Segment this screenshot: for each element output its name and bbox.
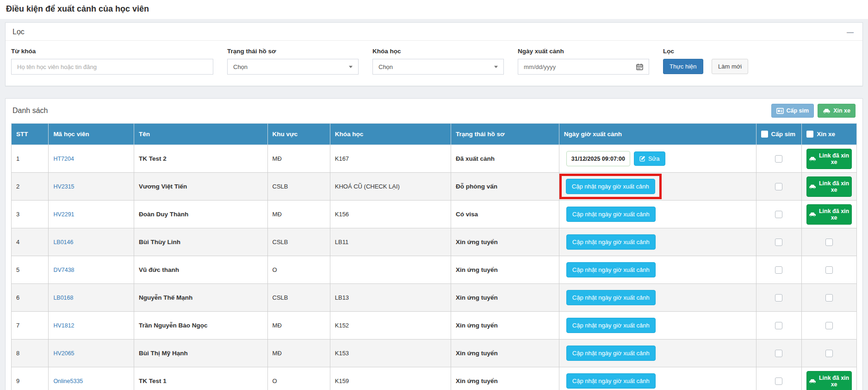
sim-checkbox[interactable] <box>775 239 782 246</box>
student-course: K153 <box>330 340 451 367</box>
student-course: K156 <box>330 201 451 228</box>
keyword-input[interactable]: Họ tên học viên hoặc tin đăng <box>11 59 213 75</box>
annotation-red-box: Cập nhật ngày giờ xuất cảnh <box>564 371 658 390</box>
car-icon <box>823 108 831 113</box>
sim-checkbox[interactable] <box>775 211 782 218</box>
update-exit-datetime-button[interactable]: Cập nhật ngày giờ xuất cảnh <box>566 290 656 305</box>
xe-cell <box>802 312 857 340</box>
update-exit-datetime-button[interactable]: Cập nhật ngày giờ xuất cảnh <box>566 262 656 277</box>
student-code-link[interactable]: HT7204 <box>53 156 74 162</box>
car-link-label: Link đã xin xe <box>818 208 849 221</box>
student-code-link[interactable]: HV2065 <box>53 350 74 357</box>
reset-filter-button[interactable]: Làm mới <box>712 59 748 74</box>
car-link-button[interactable]: Link đã xin xe <box>806 149 852 169</box>
keyword-field-group: Từ khóa Họ tên học viên hoặc tin đăng <box>11 48 213 75</box>
table-row: 8 HV2065 Bùi Thị Mỹ Hạnh MĐ K153 Xin ứng… <box>12 340 857 367</box>
student-code-link[interactable]: LB0146 <box>53 239 73 245</box>
student-course: K152 <box>330 312 451 340</box>
edit-exit-datetime-button[interactable]: Sửa <box>634 151 665 166</box>
student-region: CSLB <box>267 284 330 312</box>
xe-checkbox[interactable] <box>825 239 833 246</box>
car-icon <box>809 378 816 384</box>
header-course: Khóa học <box>330 124 451 145</box>
sim-checkbox[interactable] <box>775 350 782 357</box>
student-code-link[interactable]: Online5335 <box>53 378 83 384</box>
table-row: 9 Online5335 TK Test 1 O K159 Xin ứng tu… <box>12 367 857 390</box>
apply-filter-button[interactable]: Thực hiện <box>663 59 703 74</box>
sim-checkbox[interactable] <box>775 155 782 163</box>
exit-datetime-cell: Cập nhật ngày giờ xuất cảnh <box>559 312 756 340</box>
update-exit-datetime-button[interactable]: Cập nhật ngày giờ xuất cảnh <box>566 179 655 194</box>
row-index: 4 <box>12 228 49 256</box>
update-exit-datetime-button[interactable]: Cập nhật ngày giờ xuất cảnh <box>566 318 656 333</box>
calendar-icon[interactable] <box>636 63 643 70</box>
exit-datetime-cell: Cập nhật ngày giờ xuất cảnh <box>559 173 756 201</box>
sim-checkbox[interactable] <box>775 322 782 329</box>
student-status: Đã xuất cảnh <box>451 145 559 173</box>
student-code-link[interactable]: DV7438 <box>53 267 74 273</box>
annotation-red-box: Cập nhật ngày giờ xuất cảnh <box>564 315 658 335</box>
exit-datetime-value[interactable]: 31/12/2025 09:07:00 <box>566 151 630 166</box>
sim-checkbox[interactable] <box>775 294 782 302</box>
title-bar: Điều kiện để xuất cảnh của học viên <box>0 0 868 19</box>
row-index: 1 <box>12 145 49 173</box>
keyword-label: Từ khóa <box>11 48 213 55</box>
select-all-xe-checkbox[interactable] <box>806 131 813 138</box>
exit-datetime-cell: Cập nhật ngày giờ xuất cảnh <box>559 340 756 367</box>
xe-cell: Link đã xin xe <box>802 145 857 173</box>
sim-checkbox[interactable] <box>775 266 782 274</box>
table-header-row: STT Mã học viên Tên Khu vực Khóa học Trạ… <box>12 124 857 145</box>
exit-date-input[interactable]: mm/dd/yyyy <box>518 59 649 75</box>
student-code-link[interactable]: HV2291 <box>53 211 74 218</box>
chevron-down-icon <box>494 66 498 68</box>
student-status: Xin ứng tuyển <box>451 284 559 312</box>
update-exit-datetime-button[interactable]: Cập nhật ngày giờ xuất cảnh <box>566 346 656 361</box>
student-status: Có visa <box>451 201 559 228</box>
xe-checkbox[interactable] <box>825 322 833 329</box>
update-exit-datetime-button[interactable]: Cập nhật ngày giờ xuất cảnh <box>566 234 656 250</box>
request-car-button[interactable]: Xin xe <box>818 104 856 118</box>
update-exit-datetime-button[interactable]: Cập nhật ngày giờ xuất cảnh <box>566 373 656 389</box>
car-link-button[interactable]: Link đã xin xe <box>806 371 852 390</box>
student-name: TK Test 1 <box>134 367 267 390</box>
car-link-button[interactable]: Link đã xin xe <box>806 176 852 197</box>
student-status: Xin ứng tuyển <box>451 228 559 256</box>
provide-sim-button[interactable]: Cấp sim <box>771 104 814 118</box>
exit-datetime-cell: Cập nhật ngày giờ xuất cảnh <box>559 228 756 256</box>
table-row: 4 LB0146 Bùi Thùy Linh CSLB LB11 Xin ứng… <box>12 228 857 256</box>
exit-date-label: Ngày xuất cảnh <box>518 48 649 55</box>
filter-panel-header: Lọc — <box>6 23 862 41</box>
xe-cell: Link đã xin xe <box>802 201 857 228</box>
row-index: 2 <box>12 173 49 201</box>
collapse-icon[interactable]: — <box>845 28 856 36</box>
student-code-link[interactable]: HV2315 <box>53 183 74 190</box>
student-code-link[interactable]: LB0168 <box>53 295 73 301</box>
xe-checkbox[interactable] <box>825 266 833 274</box>
student-course: LB11 <box>330 228 451 256</box>
sim-checkbox[interactable] <box>775 377 782 385</box>
sim-checkbox[interactable] <box>775 183 782 190</box>
student-region: MĐ <box>267 201 330 228</box>
annotation-red-box: Cập nhật ngày giờ xuất cảnh <box>564 343 658 363</box>
student-status: Xin ứng tuyển <box>451 256 559 284</box>
xe-cell: Link đã xin xe <box>802 173 857 201</box>
student-code-link[interactable]: HV1812 <box>53 322 74 329</box>
car-link-button[interactable]: Link đã xin xe <box>806 204 852 225</box>
xe-checkbox[interactable] <box>825 294 833 302</box>
header-name: Tên <box>134 124 267 145</box>
table-body: 1 HT7204 TK Test 2 MĐ K167 Đã xuất cảnh … <box>12 145 857 390</box>
student-name: Vũ đức thanh <box>134 256 267 284</box>
course-field-group: Khóa học Chọn <box>372 48 504 75</box>
exit-datetime-cell: Cập nhật ngày giờ xuất cảnh <box>559 256 756 284</box>
annotation-red-box: Cập nhật ngày giờ xuất cảnh <box>559 174 662 199</box>
sim-card-icon <box>776 108 784 114</box>
edit-button-label: Sửa <box>648 155 660 162</box>
xe-checkbox[interactable] <box>825 350 833 357</box>
course-select[interactable]: Chọn <box>372 59 504 75</box>
header-exit-datetime: Ngày giờ xuất cảnh <box>559 124 756 145</box>
status-select[interactable]: Chọn <box>227 59 359 75</box>
select-all-sim-checkbox[interactable] <box>761 131 768 138</box>
student-region: CSLB <box>267 173 330 201</box>
update-exit-datetime-button[interactable]: Cập nhật ngày giờ xuất cảnh <box>566 207 656 222</box>
exit-datetime-cell: 31/12/2025 09:07:00 Sửa <box>559 145 756 173</box>
